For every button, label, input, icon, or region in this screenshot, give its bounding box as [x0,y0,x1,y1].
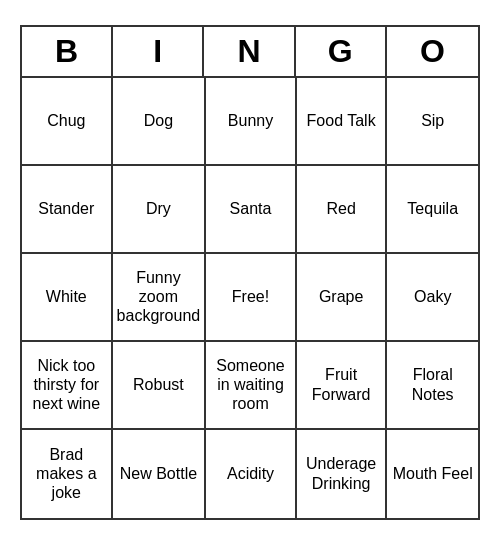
header-letter-o: O [387,27,478,76]
header-letter-g: G [296,27,387,76]
bingo-card: BINGO ChugDogBunnyFood TalkSipStanderDry… [20,25,480,520]
bingo-cell-12: Free! [206,254,297,342]
header-letter-i: I [113,27,204,76]
bingo-cell-19: Floral Notes [387,342,478,430]
bingo-cell-3: Food Talk [297,78,388,166]
bingo-cell-11: Funny zoom background [113,254,207,342]
header-letter-n: N [204,27,295,76]
bingo-cell-5: Stander [22,166,113,254]
bingo-cell-text-13: Grape [319,287,363,306]
bingo-cell-text-23: Underage Drinking [301,454,382,492]
bingo-cell-0: Chug [22,78,113,166]
bingo-grid: ChugDogBunnyFood TalkSipStanderDrySantaR… [22,78,478,518]
bingo-cell-text-20: Brad makes a joke [26,445,107,503]
bingo-cell-text-21: New Bottle [120,464,197,483]
bingo-cell-text-10: White [46,287,87,306]
bingo-cell-21: New Bottle [113,430,207,518]
bingo-cell-17: Someone in waiting room [206,342,297,430]
bingo-cell-text-15: Nick too thirsty for next wine [26,356,107,414]
bingo-cell-10: White [22,254,113,342]
bingo-cell-text-18: Fruit Forward [301,365,382,403]
bingo-cell-text-4: Sip [421,111,444,130]
bingo-cell-text-14: Oaky [414,287,451,306]
bingo-cell-22: Acidity [206,430,297,518]
bingo-cell-text-1: Dog [144,111,173,130]
bingo-cell-text-8: Red [326,199,355,218]
bingo-cell-text-22: Acidity [227,464,274,483]
bingo-cell-23: Underage Drinking [297,430,388,518]
bingo-cell-1: Dog [113,78,207,166]
bingo-cell-text-16: Robust [133,375,184,394]
bingo-cell-4: Sip [387,78,478,166]
header-letter-b: B [22,27,113,76]
bingo-cell-13: Grape [297,254,388,342]
bingo-cell-8: Red [297,166,388,254]
bingo-cell-text-19: Floral Notes [391,365,474,403]
bingo-cell-text-9: Tequila [407,199,458,218]
bingo-cell-text-12: Free! [232,287,269,306]
bingo-header: BINGO [22,27,478,78]
bingo-cell-text-17: Someone in waiting room [210,356,291,414]
bingo-cell-16: Robust [113,342,207,430]
bingo-cell-text-11: Funny zoom background [117,268,201,326]
bingo-cell-text-5: Stander [38,199,94,218]
bingo-cell-24: Mouth Feel [387,430,478,518]
bingo-cell-18: Fruit Forward [297,342,388,430]
bingo-cell-text-2: Bunny [228,111,273,130]
bingo-cell-text-24: Mouth Feel [393,464,473,483]
bingo-cell-text-0: Chug [47,111,85,130]
bingo-cell-14: Oaky [387,254,478,342]
bingo-cell-20: Brad makes a joke [22,430,113,518]
bingo-cell-15: Nick too thirsty for next wine [22,342,113,430]
bingo-cell-text-6: Dry [146,199,171,218]
bingo-cell-text-7: Santa [230,199,272,218]
bingo-cell-7: Santa [206,166,297,254]
bingo-cell-6: Dry [113,166,207,254]
bingo-cell-9: Tequila [387,166,478,254]
bingo-cell-text-3: Food Talk [307,111,376,130]
bingo-cell-2: Bunny [206,78,297,166]
